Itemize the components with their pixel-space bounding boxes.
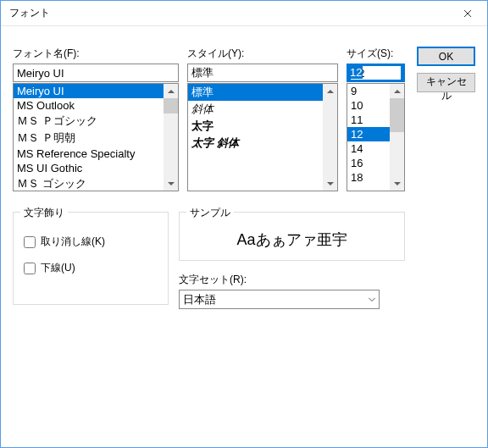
decorations-group: 文字飾り 取り消し線(K) 下線(U) bbox=[13, 212, 169, 305]
size-listbox[interactable]: 9101112141618 bbox=[347, 83, 405, 191]
close-icon bbox=[463, 9, 472, 18]
list-item[interactable]: Meiryo UI bbox=[14, 84, 164, 98]
ok-button[interactable]: OK bbox=[417, 47, 475, 66]
charset-value: 日本語 bbox=[183, 292, 216, 307]
font-listbox[interactable]: Meiryo UIMS OutlookＭＳ ＰゴシックＭＳ Ｐ明朝MS Refe… bbox=[13, 83, 179, 191]
list-item[interactable]: 斜体 bbox=[188, 101, 323, 118]
style-column: スタイル(Y): 標準斜体太字太字 斜体 bbox=[187, 47, 338, 191]
style-listbox[interactable]: 標準斜体太字太字 斜体 bbox=[187, 83, 338, 191]
list-item[interactable]: 太字 bbox=[188, 118, 323, 135]
font-column: フォント名(F): Meiryo UIMS OutlookＭＳ ＰゴシックＭＳ … bbox=[13, 47, 179, 191]
scroll-thumb[interactable] bbox=[390, 98, 404, 132]
style-list-items: 標準斜体太字太字 斜体 bbox=[188, 84, 323, 191]
chevron-up-icon bbox=[394, 90, 401, 93]
scroll-down-button[interactable] bbox=[323, 176, 337, 191]
underline-checkbox-row[interactable]: 下線(U) bbox=[24, 261, 158, 275]
list-item[interactable]: 標準 bbox=[188, 84, 323, 101]
close-button[interactable] bbox=[448, 1, 487, 26]
font-label: フォント名(F): bbox=[13, 47, 179, 61]
list-item[interactable]: 18 bbox=[347, 170, 390, 185]
list-item[interactable]: ＭＳ Ｐゴシック bbox=[14, 113, 164, 130]
size-label: サイズ(S): bbox=[347, 47, 405, 61]
size-input[interactable] bbox=[351, 66, 401, 80]
size-scrollbar[interactable] bbox=[390, 84, 404, 191]
strike-checkbox-row[interactable]: 取り消し線(K) bbox=[24, 235, 158, 249]
titlebar: フォント bbox=[1, 1, 487, 26]
cancel-button[interactable]: キャンセル bbox=[417, 73, 475, 92]
charset-combo[interactable]: 日本語 bbox=[179, 290, 380, 309]
font-input[interactable] bbox=[13, 64, 179, 82]
scroll-up-button[interactable] bbox=[323, 84, 337, 98]
scroll-down-button[interactable] bbox=[390, 176, 404, 191]
size-column: サイズ(S): 12 9101112141618 bbox=[347, 47, 405, 191]
font-list-items: Meiryo UIMS OutlookＭＳ ＰゴシックＭＳ Ｐ明朝MS Refe… bbox=[14, 84, 164, 191]
style-scrollbar[interactable] bbox=[323, 84, 337, 191]
list-item[interactable]: MS Outlook bbox=[14, 98, 164, 113]
chevron-up-icon bbox=[327, 90, 334, 93]
scroll-thumb[interactable] bbox=[164, 98, 178, 113]
scroll-down-button[interactable] bbox=[164, 176, 178, 191]
list-item[interactable]: ＭＳ Ｐ明朝 bbox=[14, 130, 164, 147]
scroll-track[interactable] bbox=[390, 98, 404, 176]
chevron-up-icon bbox=[168, 90, 175, 93]
style-input[interactable] bbox=[187, 64, 338, 82]
chevron-down-icon bbox=[327, 182, 334, 185]
list-item[interactable]: MS UI Gothic bbox=[14, 161, 164, 175]
scroll-track[interactable] bbox=[323, 98, 337, 176]
options-row: 文字飾り 取り消し線(K) 下線(U) サンプル Aaあぁアァ亜宇 bbox=[13, 207, 405, 309]
strike-label: 取り消し線(K) bbox=[41, 235, 105, 249]
font-scrollbar[interactable] bbox=[164, 84, 178, 191]
list-item[interactable]: 10 bbox=[347, 98, 390, 113]
main-column: フォント名(F): Meiryo UIMS OutlookＭＳ ＰゴシックＭＳ … bbox=[13, 47, 405, 435]
list-item[interactable]: MS Reference Specialty bbox=[14, 147, 164, 161]
list-item[interactable]: 太字 斜体 bbox=[188, 135, 323, 152]
font-dialog: フォント フォント名(F): Meiryo UIMS OutlookＭＳ Ｐゴシ… bbox=[0, 0, 488, 448]
window-title: フォント bbox=[9, 6, 448, 20]
style-label: スタイル(Y): bbox=[187, 47, 338, 61]
right-bottom-column: サンプル Aaあぁアァ亜宇 文字セット(R): 日本語 bbox=[179, 207, 405, 309]
sample-text: Aaあぁアァ亜宇 bbox=[236, 230, 347, 250]
underline-checkbox[interactable] bbox=[24, 263, 36, 274]
sample-title: サンプル bbox=[186, 206, 234, 220]
charset-label: 文字セット(R): bbox=[179, 273, 405, 287]
chevron-down-icon bbox=[394, 182, 401, 185]
list-item[interactable]: 9 bbox=[347, 84, 390, 98]
strike-checkbox[interactable] bbox=[24, 236, 36, 248]
chevron-down-icon bbox=[369, 297, 375, 301]
list-item[interactable]: 12 bbox=[347, 127, 390, 141]
list-item[interactable]: 16 bbox=[347, 156, 390, 170]
list-item[interactable]: 11 bbox=[347, 113, 390, 127]
scroll-track[interactable] bbox=[164, 98, 178, 176]
underline-label: 下線(U) bbox=[41, 261, 75, 275]
sample-group: サンプル Aaあぁアァ亜宇 bbox=[179, 212, 405, 261]
chevron-down-icon bbox=[168, 182, 175, 185]
font-selection-row: フォント名(F): Meiryo UIMS OutlookＭＳ ＰゴシックＭＳ … bbox=[13, 47, 405, 191]
charset-block: 文字セット(R): 日本語 bbox=[179, 273, 405, 309]
scroll-up-button[interactable] bbox=[164, 84, 178, 98]
decorations-title: 文字飾り bbox=[20, 206, 68, 220]
list-item[interactable]: ＭＳ ゴシック bbox=[14, 175, 164, 191]
scroll-up-button[interactable] bbox=[390, 84, 404, 98]
size-input-wrap: 12 bbox=[347, 64, 405, 82]
dialog-body: フォント名(F): Meiryo UIMS OutlookＭＳ ＰゴシックＭＳ … bbox=[1, 26, 487, 447]
list-item[interactable]: 14 bbox=[347, 141, 390, 156]
size-list-items: 9101112141618 bbox=[347, 84, 390, 191]
button-column: OK キャンセル bbox=[417, 47, 475, 435]
